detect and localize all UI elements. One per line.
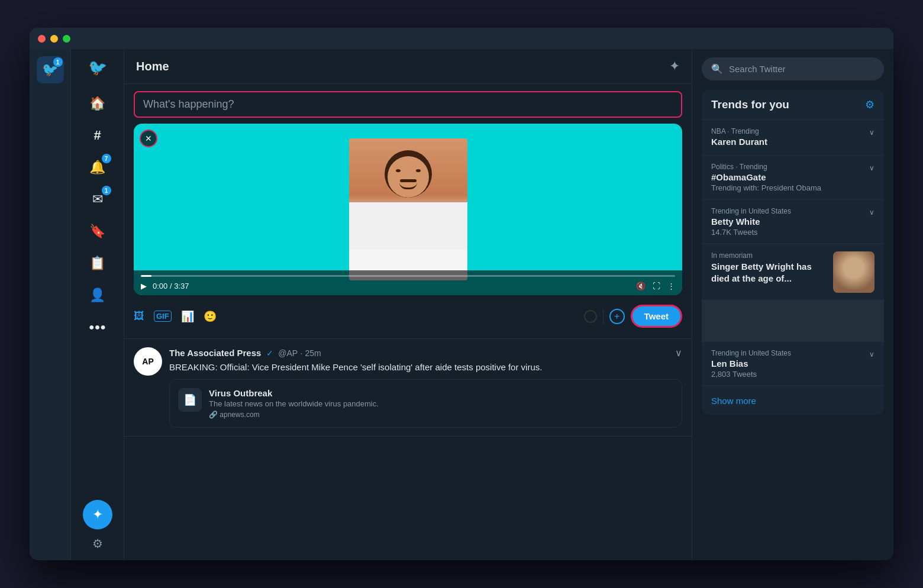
video-progress-bar[interactable] (141, 275, 675, 277)
trend-name: Karen Durant (711, 137, 874, 147)
title-bar (30, 28, 893, 49)
app-body: 🐦 1 🐦 🏠 # 🔔 7 ✉ 1 🔖 (30, 49, 893, 560)
trend-meta: Trending in United States (711, 207, 874, 215)
explore-icon: # (93, 128, 101, 143)
messages-icon: ✉ (92, 192, 103, 207)
video-player: ✕ (134, 124, 682, 295)
tweet-card-content: Virus Outbreak The latest news on the wo… (209, 388, 379, 419)
video-controls-row: ▶ 0:00 / 3:37 🔇 ⛶ ⋮ (141, 282, 675, 290)
search-icon: 🔍 (711, 63, 723, 75)
plus-icon: + (614, 311, 619, 322)
image-upload-button[interactable]: 🖼 (134, 310, 144, 322)
feed-header: Home ✦ (124, 49, 692, 84)
more-icon: ●●● (89, 322, 106, 332)
tweet-card-icon: 📄 (178, 388, 202, 412)
compose-icon: ✦ (92, 507, 103, 522)
trend-meta: Trending in United States (711, 349, 874, 357)
compose-input[interactable]: What's happening? (134, 91, 682, 118)
notifications-badge: 7 (102, 154, 111, 163)
trend-name: Betty White (711, 217, 874, 227)
fullscreen-window-button[interactable] (63, 35, 70, 43)
mustache (400, 179, 417, 182)
sidebar-item-lists[interactable]: 📋 (83, 248, 112, 278)
play-button[interactable]: ▶ (141, 282, 147, 290)
settings-button[interactable]: ⚙ (92, 537, 103, 551)
trends-settings-button[interactable]: ⚙ (865, 98, 874, 111)
tweet-author-name: The Associated Press (169, 348, 261, 358)
video-controls: ▶ 0:00 / 3:37 🔇 ⛶ ⋮ (134, 270, 682, 295)
person-face (388, 156, 429, 198)
tweet-more-button[interactable]: ∨ (675, 347, 682, 358)
trend-item-memoriam[interactable]: In memoriam Singer Betty Wright has died… (702, 244, 884, 300)
profile-icon: 👤 (89, 287, 105, 303)
tweet-item: AP The Associated Press ✓ @AP · 25m ∨ BR… (124, 339, 692, 437)
sparkle-icon[interactable]: ✦ (669, 59, 680, 74)
memoriam-title: Singer Betty Wright has died at the age … (711, 261, 827, 284)
memoriam-image-content (833, 251, 874, 293)
sidebar-item-bookmarks[interactable]: 🔖 (83, 217, 112, 246)
video-progress-fill (141, 275, 151, 277)
poll-button[interactable]: 📊 (181, 310, 194, 323)
emoji-button[interactable]: 🙂 (204, 310, 217, 323)
sidebar-item-messages[interactable]: ✉ 1 (83, 185, 112, 214)
tweet-card-link: 🔗 apnews.com (209, 411, 379, 419)
twitter-logo: 🐦 (88, 59, 107, 77)
search-bar[interactable]: 🔍 (702, 57, 884, 80)
video-more-button[interactable]: ⋮ (667, 282, 675, 290)
video-person-graphic (349, 138, 467, 280)
video-close-button[interactable]: ✕ (140, 130, 157, 147)
mute-button[interactable]: 🔇 (636, 282, 646, 290)
chevron-down-icon: ∨ (869, 350, 874, 358)
tweet-card[interactable]: 📄 Virus Outbreak The latest news on the … (169, 379, 682, 428)
sidebar-item-home[interactable]: 🏠 (83, 89, 112, 118)
tweet-submit-button[interactable]: Tweet (631, 305, 682, 328)
trend-item-obamagate[interactable]: Politics · Trending #ObamaGate Trending … (702, 155, 884, 199)
fullscreen-button[interactable]: ⛶ (653, 282, 660, 290)
dock: 🐦 1 (30, 49, 71, 560)
sidebar-item-profile[interactable]: 👤 (83, 280, 112, 310)
trend-item-len-bias[interactable]: Trending in United States Len Bias 2,803… (702, 341, 884, 386)
memoriam-text: In memoriam Singer Betty Wright has died… (711, 251, 827, 293)
close-window-button[interactable] (38, 35, 46, 43)
compose-tweet-button[interactable]: ✦ (83, 500, 112, 529)
search-input[interactable] (729, 64, 874, 74)
tweet-avatar: AP (134, 347, 162, 376)
add-tweet-button[interactable]: + (609, 309, 625, 324)
tweet-handle: @AP (278, 348, 298, 358)
left-eye (396, 169, 401, 172)
sidebar-item-notifications[interactable]: 🔔 7 (83, 153, 112, 182)
tweet-card-title: Virus Outbreak (209, 388, 379, 398)
show-more-button[interactable]: Show more (702, 386, 884, 415)
right-eye (416, 169, 421, 172)
gif-button[interactable]: GIF (154, 311, 172, 322)
minimize-window-button[interactable] (50, 35, 58, 43)
trends-box: Trends for you ⚙ NBA · Trending Karen Du… (702, 90, 884, 415)
trend-sub: Trending with: President Obama (711, 183, 874, 192)
sidebar-item-explore[interactable]: # (83, 121, 112, 150)
lists-icon: 📋 (89, 256, 105, 271)
person-hair (385, 150, 432, 198)
trend-count: 14.7K Tweets (711, 228, 874, 237)
trend-placeholder (702, 300, 884, 341)
trends-title: Trends for you (711, 98, 789, 111)
trends-header: Trends for you ⚙ (702, 90, 884, 119)
trend-name: #ObamaGate (711, 172, 874, 182)
compose-toolbar-right: + Tweet (584, 305, 682, 328)
chevron-down-icon: ∨ (869, 164, 874, 172)
link-icon: 🔗 (209, 411, 218, 419)
page-title: Home (136, 60, 169, 73)
home-icon: 🏠 (89, 96, 105, 111)
trend-item-betty-white[interactable]: Trending in United States Betty White 14… (702, 199, 884, 244)
trend-item-karen-durant[interactable]: NBA · Trending Karen Durant ∨ (702, 119, 884, 155)
dock-twitter-app[interactable]: 🐦 1 (36, 55, 65, 85)
main-feed: Home ✦ What's happening? ✕ (124, 49, 692, 560)
compose-area: What's happening? ✕ (124, 84, 692, 339)
memoriam-tag: In memoriam (711, 251, 827, 260)
video-controls-left: ▶ 0:00 / 3:37 (141, 282, 189, 290)
sidebar-item-more[interactable]: ●●● (83, 312, 112, 342)
video-thumbnail (349, 138, 467, 280)
trend-count: 2,803 Tweets (711, 370, 874, 379)
tweet-card-desc: The latest news on the worldwide virus p… (209, 399, 379, 408)
right-panel: 🔍 Trends for you ⚙ NBA · Trending Karen … (692, 49, 893, 560)
trend-name: Len Bias (711, 358, 874, 369)
